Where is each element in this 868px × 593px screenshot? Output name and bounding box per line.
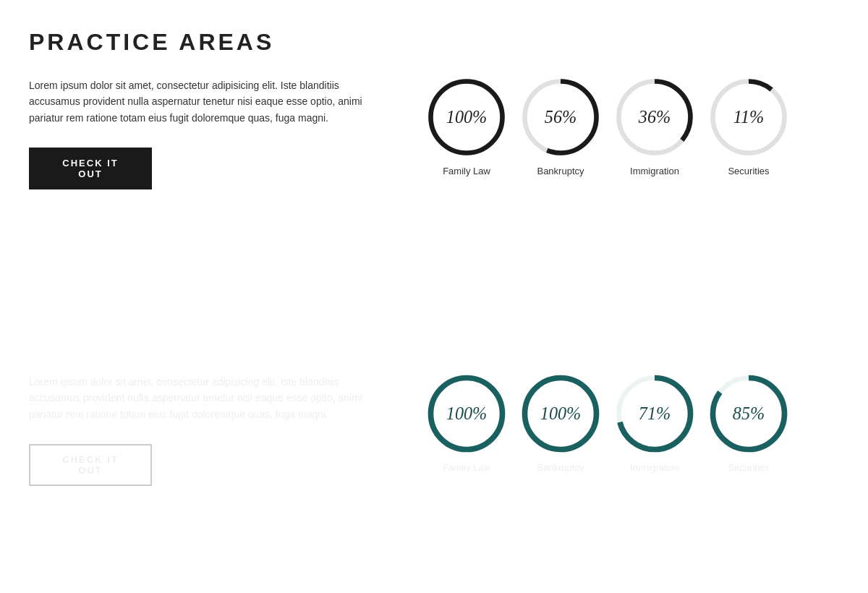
chart-label-immigration-1: Immigration	[630, 166, 679, 176]
donut-text-1: 100%	[446, 107, 487, 127]
chart-item-securities-2: 85% Securities	[709, 374, 788, 473]
section1-cta-button[interactable]: CHECK IT OUT	[29, 148, 152, 189]
chart-item-immigration-2: 71% Immigration	[615, 374, 694, 473]
donut-chart-bankruptcy-2: 100%	[521, 374, 600, 453]
donut-text-3: 36%	[638, 107, 671, 127]
chart-label-securities-1: Securities	[728, 166, 769, 176]
donut-text-4: 11%	[733, 107, 765, 127]
section2-charts-col: 100% Family Law 100% Bankruptcy	[376, 374, 839, 473]
section1-charts-col: 100% Family Law 56% Bankruptcy	[376, 77, 839, 176]
donut-chart-securities-2: 85%	[709, 374, 788, 453]
chart-item-bankruptcy-1: 56% Bankruptcy	[521, 77, 600, 176]
chart-label-family-2: Family Law	[443, 462, 490, 473]
section2-charts-row: 100% Family Law 100% Bankruptcy	[427, 374, 788, 473]
donut-chart-immigration-1: 36%	[615, 77, 694, 157]
chart-item-bankruptcy-2: 100% Bankruptcy	[521, 374, 600, 473]
section2-content: Lorem ipsum dolor sit amet, consectetur …	[29, 374, 839, 557]
section2-text-col: Lorem ipsum dolor sit amet, consectetur …	[29, 374, 376, 486]
section2-body: Lorem ipsum dolor sit amet, consectetur …	[29, 374, 376, 422]
chart-label-immigration-2: Immigration	[630, 462, 679, 473]
section-white: PRACTICE AREAS Lorem ipsum dolor sit ame…	[0, 0, 868, 296]
donut-text-s2-4: 85%	[733, 404, 765, 423]
donut-chart-family-1: 100%	[427, 77, 506, 157]
section1-text-col: Lorem ipsum dolor sit amet, consectetur …	[29, 77, 376, 189]
donut-text-s2-2: 100%	[540, 404, 581, 423]
donut-chart-family-2: 100%	[427, 374, 506, 453]
donut-text-s2-3: 71%	[639, 404, 671, 423]
chart-item-family-law-1: 100% Family Law	[427, 77, 506, 176]
chart-label-bankruptcy-1: Bankruptcy	[537, 166, 584, 176]
chart-item-family-law-2: 100% Family Law	[427, 374, 506, 473]
chart-item-immigration-1: 36% Immigration	[615, 77, 694, 176]
chart-label-bankruptcy-2: Bankruptcy	[537, 462, 584, 473]
section1-charts-row: 100% Family Law 56% Bankruptcy	[427, 77, 788, 176]
donut-text-2: 56%	[545, 107, 576, 127]
section2-cta-button[interactable]: CHECK IT OUT	[29, 444, 152, 486]
section1-title: PRACTICE AREAS	[29, 29, 839, 56]
chart-label-family-1: Family Law	[443, 166, 490, 176]
donut-chart-bankruptcy-1: 56%	[521, 77, 600, 157]
chart-item-securities-1: 11% Securities	[709, 77, 788, 176]
section2-title: PRACTICE AREAS	[29, 325, 839, 352]
chart-label-securities-2: Securities	[728, 462, 769, 473]
donut-chart-securities-1: 11%	[709, 77, 788, 157]
donut-chart-immigration-2: 71%	[615, 374, 694, 453]
section1-content: Lorem ipsum dolor sit amet, consectetur …	[29, 77, 839, 260]
donut-text-s2-1: 100%	[446, 404, 487, 423]
section-dark: PRACTICE AREAS Lorem ipsum dolor sit ame…	[0, 296, 868, 593]
section1-body: Lorem ipsum dolor sit amet, consectetur …	[29, 77, 376, 126]
